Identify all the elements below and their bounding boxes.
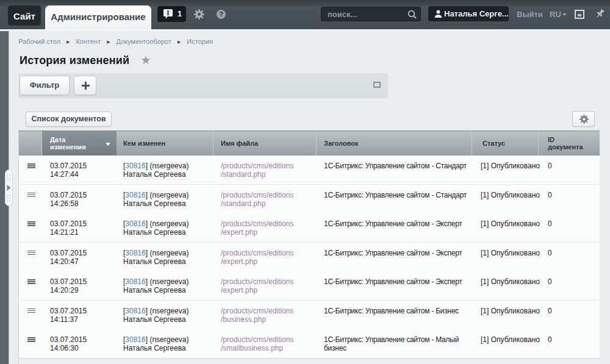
svg-text:?: ? bbox=[219, 10, 223, 18]
